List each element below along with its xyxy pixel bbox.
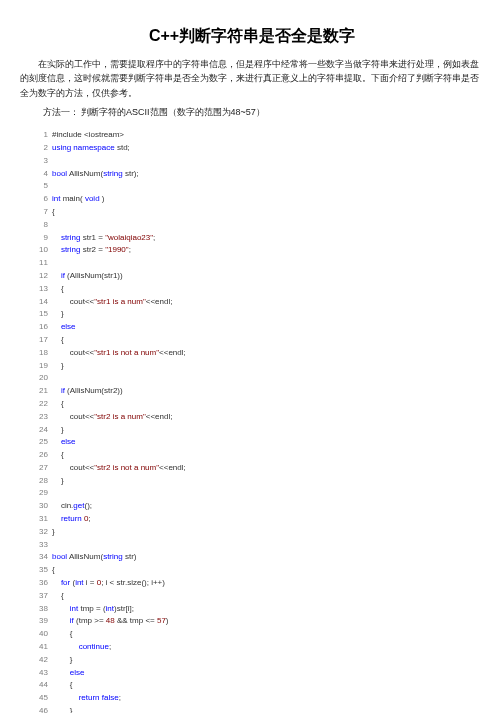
line-number: 10 [32, 244, 48, 257]
line-number: 40 [32, 628, 48, 641]
line-number: 24 [32, 424, 48, 437]
code-line: 15 } [32, 308, 484, 321]
line-number: 28 [32, 475, 48, 488]
line-number: 33 [32, 539, 48, 552]
code-text: cout<<"str1 is not a num"<<endl; [52, 348, 186, 357]
line-number: 18 [32, 347, 48, 360]
code-line: 5 [32, 180, 484, 193]
line-number: 4 [32, 168, 48, 181]
code-text: for (int i = 0; i < str.size(); i++) [52, 578, 165, 587]
code-text: { [52, 207, 55, 216]
code-text: else [52, 322, 76, 331]
code-line: 38 int tmp = (int)str[i]; [32, 603, 484, 616]
code-text: int main( void ) [52, 194, 104, 203]
code-text: int tmp = (int)str[i]; [52, 604, 134, 613]
code-text: } [52, 309, 64, 318]
line-number: 16 [32, 321, 48, 334]
code-line: 32} [32, 526, 484, 539]
line-number: 42 [32, 654, 48, 667]
code-text: cout<<"str2 is a num"<<endl; [52, 412, 172, 421]
code-line: 22 { [32, 398, 484, 411]
code-text: { [52, 450, 64, 459]
line-number: 19 [32, 360, 48, 373]
line-number: 9 [32, 232, 48, 245]
line-number: 43 [32, 667, 48, 680]
line-number: 6 [32, 193, 48, 206]
code-text: bool AllisNum(string str); [52, 169, 139, 178]
line-number: 25 [32, 436, 48, 449]
line-number: 41 [32, 641, 48, 654]
line-number: 37 [32, 590, 48, 603]
line-number: 38 [32, 603, 48, 616]
code-line: 6int main( void ) [32, 193, 484, 206]
code-line: 31 return 0; [32, 513, 484, 526]
code-line: 16 else [32, 321, 484, 334]
line-number: 31 [32, 513, 48, 526]
line-number: 23 [32, 411, 48, 424]
code-line: 12 if (AllisNum(str1)) [32, 270, 484, 283]
code-line: 29 [32, 487, 484, 500]
code-text: { [52, 335, 64, 344]
code-text: if (tmp >= 48 && tmp <= 57) [52, 616, 169, 625]
code-text: { [52, 680, 72, 689]
line-number: 27 [32, 462, 48, 475]
line-number: 30 [32, 500, 48, 513]
line-number: 2 [32, 142, 48, 155]
code-text: } [52, 425, 64, 434]
line-number: 35 [32, 564, 48, 577]
code-text: else [52, 668, 84, 677]
line-number: 26 [32, 449, 48, 462]
code-line: 1#include <iostream> [32, 129, 484, 142]
code-line: 23 cout<<"str2 is a num"<<endl; [32, 411, 484, 424]
code-text: { [52, 591, 64, 600]
code-text: } [52, 706, 72, 713]
code-text: if (AllisNum(str1)) [52, 271, 123, 280]
code-line: 13 { [32, 283, 484, 296]
line-number: 7 [32, 206, 48, 219]
code-line: 2using namespace std; [32, 142, 484, 155]
code-text: { [52, 629, 72, 638]
code-line: 3 [32, 155, 484, 168]
code-line: 19 } [32, 360, 484, 373]
code-line: 14 cout<<"str1 is a num"<<endl; [32, 296, 484, 309]
line-number: 44 [32, 679, 48, 692]
code-text: return 0; [52, 514, 91, 523]
line-number: 32 [32, 526, 48, 539]
code-line: 4bool AllisNum(string str); [32, 168, 484, 181]
code-line: 27 cout<<"str2 is not a num"<<endl; [32, 462, 484, 475]
code-line: 18 cout<<"str1 is not a num"<<endl; [32, 347, 484, 360]
code-line: 7{ [32, 206, 484, 219]
code-line: 37 { [32, 590, 484, 603]
code-line: 40 { [32, 628, 484, 641]
code-text: return false; [52, 693, 121, 702]
code-line: 44 { [32, 679, 484, 692]
code-text: { [52, 399, 64, 408]
code-text: } [52, 527, 55, 536]
line-number: 8 [32, 219, 48, 232]
code-text: if (AllisNum(str2)) [52, 386, 123, 395]
code-text: cout<<"str2 is not a num"<<endl; [52, 463, 186, 472]
line-number: 36 [32, 577, 48, 590]
code-text: } [52, 476, 64, 485]
line-number: 34 [32, 551, 48, 564]
code-line: 46 } [32, 705, 484, 713]
line-number: 1 [32, 129, 48, 142]
line-number: 5 [32, 180, 48, 193]
code-line: 10 string str2 = "1990"; [32, 244, 484, 257]
code-line: 24 } [32, 424, 484, 437]
code-text: cin.get(); [52, 501, 92, 510]
code-line: 26 { [32, 449, 484, 462]
code-line: 21 if (AllisNum(str2)) [32, 385, 484, 398]
code-line: 17 { [32, 334, 484, 347]
code-text: string str2 = "1990"; [52, 245, 131, 254]
code-line: 45 return false; [32, 692, 484, 705]
page: C++判断字符串是否全是数字 在实际的工作中，需要提取程序中的字符串信息，但是程… [0, 0, 504, 713]
code-text: using namespace std; [52, 143, 130, 152]
line-number: 13 [32, 283, 48, 296]
line-number: 11 [32, 257, 48, 270]
line-number: 29 [32, 487, 48, 500]
code-text: { [52, 284, 64, 293]
line-number: 46 [32, 705, 48, 713]
line-number: 12 [32, 270, 48, 283]
code-line: 34bool AllisNum(string str) [32, 551, 484, 564]
